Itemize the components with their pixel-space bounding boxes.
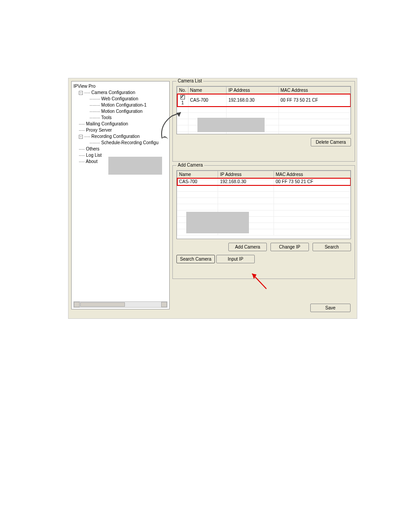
scrollbar-thumb[interactable]: [80, 302, 125, 307]
scroll-left-icon[interactable]: [74, 302, 80, 307]
tree-web-config[interactable]: ------- Web Configuration: [90, 96, 167, 102]
col-name[interactable]: Name: [188, 87, 227, 94]
tree-label: Motion Configuration-1: [101, 103, 146, 107]
redacted-block: [186, 212, 249, 233]
row-mac: 00 FF 73 50 21 CF: [278, 94, 350, 107]
table-row: [177, 192, 351, 198]
tree-recording[interactable]: −---- Recording Configuration: [79, 133, 167, 140]
change-ip-button[interactable]: Change IP: [270, 243, 309, 251]
row-no: 1: [181, 100, 184, 105]
tab-search-camera[interactable]: Search Camera: [176, 255, 215, 263]
redacted-block: [197, 118, 265, 132]
tree-schedule-rec[interactable]: ------- Schedule-Recording Configu: [90, 140, 167, 146]
table-row: [177, 185, 351, 192]
collapse-icon[interactable]: −: [79, 91, 83, 95]
tree-panel: IPView Pro −---- Camera Configuration --…: [71, 81, 170, 309]
col-name[interactable]: Name: [177, 171, 218, 178]
tree-mailing[interactable]: ---- Mailing Configuration: [79, 121, 167, 127]
save-button[interactable]: Save: [310, 304, 351, 312]
delete-camera-button[interactable]: Delete Camera: [311, 138, 351, 146]
horizontal-scrollbar[interactable]: [73, 301, 167, 308]
collapse-icon[interactable]: −: [79, 135, 83, 139]
tree-motion-config-1[interactable]: ------- Motion Configuration-1: [90, 102, 167, 108]
app-window: IPView Pro −---- Camera Configuration --…: [68, 78, 357, 319]
tree-root[interactable]: IPView Pro: [73, 83, 167, 90]
tree-proxy[interactable]: ---- Proxy Server: [79, 127, 167, 133]
tree-tools[interactable]: ------- Tools: [90, 115, 167, 121]
add-camera-button[interactable]: Add Camera: [228, 243, 267, 251]
search-button[interactable]: Search: [313, 243, 351, 251]
add-camera-tabs: Search Camera Input IP: [176, 255, 351, 263]
table-row: [177, 198, 351, 204]
table-header-row: No. Name IP Address MAC Address: [177, 87, 351, 94]
camera-list-legend: Camera List: [176, 78, 203, 83]
col-ip[interactable]: IP Address: [227, 87, 278, 94]
right-panel: Camera List No. Name IP Address MAC Addr…: [172, 81, 355, 283]
row-name: CAS-700: [177, 178, 218, 185]
col-no[interactable]: No.: [177, 87, 188, 94]
row-checkbox-cell[interactable]: 1: [177, 94, 188, 107]
tree-label: Recording Configuration: [91, 134, 140, 139]
redacted-block: [108, 157, 162, 175]
table-row: [177, 204, 351, 210]
tree-label: Camera Configuration: [91, 90, 135, 95]
tree-camera-config[interactable]: −---- Camera Configuration: [79, 90, 167, 96]
tree-label: Web Configuration: [101, 96, 138, 101]
checkbox-icon[interactable]: [180, 95, 185, 99]
add-camera-actions: Add Camera Change IP Search: [176, 243, 351, 251]
table-row: [177, 107, 351, 113]
scroll-right-icon[interactable]: [161, 302, 167, 307]
tree-label: Mailing Configuration: [86, 121, 128, 126]
tree-view[interactable]: IPView Pro −---- Camera Configuration --…: [72, 82, 169, 167]
table-header-row: Name IP Address MAC Address: [177, 171, 351, 178]
row-ip: 192.168.0.30: [218, 178, 274, 185]
row-mac: 00 FF 73 50 21 CF: [274, 178, 350, 185]
row-name: CAS-700: [188, 94, 227, 107]
tree-label: Proxy Server: [86, 128, 112, 133]
tree-others[interactable]: ---- Others: [79, 146, 167, 152]
tab-input-ip[interactable]: Input IP: [216, 255, 255, 263]
add-camera-row[interactable]: CAS-700 192.168.0.30 00 FF 73 50 21 CF: [177, 178, 351, 185]
tree-motion-config[interactable]: ------- Motion Configuration: [90, 108, 167, 115]
tree-label: About: [86, 159, 98, 164]
tree-label: Motion Configuration: [101, 109, 142, 114]
add-camera-legend: Add Camera: [176, 163, 204, 167]
camera-list-row[interactable]: 1 CAS-700 192.168.0.30 00 FF 73 50 21 CF: [177, 94, 351, 107]
tree-label: Others: [86, 146, 99, 151]
tree-label: Log List: [86, 153, 102, 158]
row-ip: 192.168.0.30: [227, 94, 278, 107]
col-mac[interactable]: MAC Address: [278, 87, 350, 94]
tree-label: Schedule-Recording Configu: [101, 140, 158, 145]
tree-label: Tools: [101, 115, 111, 120]
col-mac[interactable]: MAC Address: [274, 171, 350, 178]
col-ip[interactable]: IP Address: [218, 171, 274, 178]
